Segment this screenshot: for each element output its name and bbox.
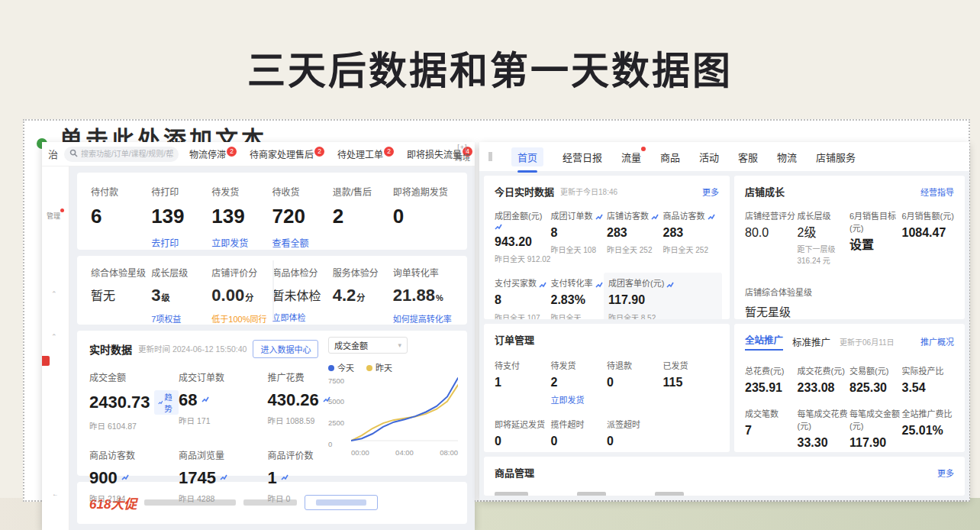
ship-now-link[interactable]: 立即发货 <box>211 236 272 249</box>
below-peers-link[interactable]: 低于100%同行 <box>211 312 272 325</box>
tab-traffic[interactable]: 流量 <box>621 150 641 164</box>
metric-value: 0 <box>607 435 663 448</box>
tab-shop-services[interactable]: 店铺服务 <box>816 150 856 164</box>
metric-value: 7 <box>745 424 798 438</box>
metric: 每笔成交花费(元) 33.30 <box>798 407 850 450</box>
realtime-updated: 更新时间 2024-06-12 15:50:40 <box>138 343 247 354</box>
metric-label: 待支付 <box>495 359 551 371</box>
trend-icon[interactable] <box>666 281 674 289</box>
right-main-area: 今日实时数据 更新于今日18:46 更多 成团金额(元) 943.20 昨日全天… <box>479 171 969 500</box>
screen-switch-icon[interactable]: [+] <box>455 144 470 151</box>
metric-value: 1745 <box>179 468 216 487</box>
metric-value: 283 <box>663 226 720 240</box>
metric-prev: 昨日全天 252 <box>607 244 663 255</box>
metric-value: 117.90 <box>849 436 902 450</box>
left-main-area: 待付款 6 待打印 139 去打印 待发货 139 立即发货 待收货 720 查… <box>69 166 475 530</box>
promo-overview-link[interactable]: 推广概况 <box>920 335 954 347</box>
search-icon <box>69 149 78 157</box>
trend-icon[interactable] <box>595 281 603 289</box>
order-management-card: 订单管理 待支付 1 待发货 2 立即发货 待退款 0 已发货 1 <box>484 324 730 452</box>
search-input[interactable] <box>64 147 179 162</box>
tab-home[interactable]: 首页 <box>511 147 543 166</box>
tab-sitewide-promo[interactable]: 全站推广 <box>745 332 783 351</box>
metric-label: 成交笔数 <box>745 407 798 419</box>
set-goal-link[interactable]: 设置 <box>849 238 902 252</box>
trend-link[interactable]: 趋势 <box>154 390 179 415</box>
metric-label: 成团订单数 <box>551 209 608 221</box>
x-axis-labels: 00:00 04:00 08:00 <box>351 448 458 457</box>
metric: 全站推广费比 25.01% <box>902 407 955 450</box>
metric-value: 900 <box>89 468 118 487</box>
metric: 待退款 0 <box>607 359 663 406</box>
guidance-link[interactable]: 经营指导 <box>920 186 954 198</box>
nav-item-pending-aftersales[interactable]: 待商家处理售后2 <box>250 147 324 161</box>
metric: 即将延迟发货 0 <box>495 418 551 448</box>
metric-label: 6月销售额(元) <box>902 209 955 221</box>
shop-score-card: 综合体验星级 暂无 成长层级 3级 7项权益 店铺评价分 0.00分 低于100… <box>77 256 467 325</box>
score-item: 店铺评价分 0.00分 低于100%同行 <box>211 266 272 325</box>
chevron-up-icon[interactable]: ⌃ <box>51 333 57 341</box>
realtime-metric: 成交金额 2430.73 趋势 昨日 6104.87 <box>89 370 179 431</box>
sidebar-item-manage[interactable]: 管理 <box>47 211 60 221</box>
realtime-metric: 商品浏览量 1745 昨日 4288 <box>179 448 267 504</box>
tab-products[interactable]: 商品 <box>660 150 680 164</box>
metric: 成团金额(元) 943.20 昨日全天 912.02 <box>495 209 551 264</box>
metric-value: 233.08 <box>798 381 850 395</box>
trend-icon[interactable] <box>201 396 209 403</box>
trend-icon[interactable] <box>281 473 289 481</box>
go-print-link[interactable]: 去打印 <box>151 236 211 249</box>
metric-label: 店铺经营评分 <box>745 209 798 221</box>
tab-logistics[interactable]: 物流 <box>777 150 797 164</box>
nav-item-logistics-stalled[interactable]: 物流停滞2 <box>189 147 237 161</box>
clipped-char <box>488 152 492 161</box>
sidebar-collapsed-text: ↓ <box>52 493 59 496</box>
score-item: 询单转化率 21.88% 如何提高转化率 <box>393 266 453 325</box>
kpi-value: 0 <box>393 205 453 228</box>
more-link[interactable]: 更多 <box>937 467 954 479</box>
alert-badge: 2 <box>384 147 394 157</box>
nav-item-pending-tickets[interactable]: 待处理工单2 <box>337 147 394 161</box>
metric: 成长层级 2级 距下一层级 316.24 元 <box>798 209 850 266</box>
trend-icon[interactable] <box>539 281 546 289</box>
metric-prev: 昨日 171 <box>179 415 267 426</box>
trend-icon[interactable] <box>708 213 715 221</box>
metric: 成团订单数 8 昨日全天 108 <box>551 209 608 264</box>
metric-select[interactable]: 成交金额▾ <box>328 337 408 354</box>
benefits-link[interactable]: 7项权益 <box>151 312 211 325</box>
metric-label: 每笔成交花费(元) <box>798 407 850 431</box>
improve-conversion-link[interactable]: 如何提高转化率 <box>393 312 453 325</box>
realtime-mini-chart: 成交金额▾ 今天 昨天 7500 5000 2500 0 <box>328 337 459 457</box>
star-value: 暂无星级 <box>745 303 954 319</box>
legend-yesterday[interactable]: 昨天 <box>366 361 392 373</box>
metric-prev: 昨日 0 <box>268 493 356 504</box>
trend-icon[interactable] <box>495 223 502 231</box>
metric-label: 成团金额(元) <box>495 209 551 231</box>
chevron-up-icon[interactable]: ⌃ <box>51 290 57 298</box>
trend-icon[interactable] <box>121 473 129 481</box>
score-value: 3级 <box>151 286 211 305</box>
check-now-link[interactable]: 立即体检 <box>272 311 332 323</box>
star-label: 店铺综合体验星级 <box>745 286 954 298</box>
view-amount-link[interactable]: 查看全额 <box>272 236 332 249</box>
kpi-value: 720 <box>272 205 332 228</box>
kpi-item: 待打印 139 去打印 <box>151 185 211 250</box>
legend-today[interactable]: 今天 <box>328 361 354 373</box>
tab-activities[interactable]: 活动 <box>699 150 719 164</box>
left-sidebar: 管理 ⌃ ⌃ ↓ <box>42 166 69 530</box>
data-center-button[interactable]: 进入数据中心 <box>253 340 318 358</box>
tab-daily-report[interactable]: 经营日报 <box>563 150 602 164</box>
card-updated: 更新于今日18:46 <box>560 186 617 197</box>
ship-now-link[interactable]: 立即发货 <box>551 393 608 406</box>
metric-label: 店铺访客数 <box>607 209 663 221</box>
realtime-metric: 商品访客数 900 昨日 2184 <box>89 448 179 504</box>
trend-icon[interactable] <box>220 473 227 481</box>
more-link[interactable]: 更多 <box>702 186 719 198</box>
trend-icon[interactable] <box>595 213 603 221</box>
metric-label: 商品访客数 <box>663 209 720 221</box>
kpi-label: 即将逾期发货 <box>393 185 453 198</box>
tab-standard-promo[interactable]: 标准推广 <box>792 334 830 349</box>
sidebar-red-badge <box>42 356 50 366</box>
tab-customer-service[interactable]: 客服 <box>738 150 758 164</box>
trend-icon[interactable] <box>651 213 659 221</box>
metric-label: 待发货 <box>551 359 608 371</box>
